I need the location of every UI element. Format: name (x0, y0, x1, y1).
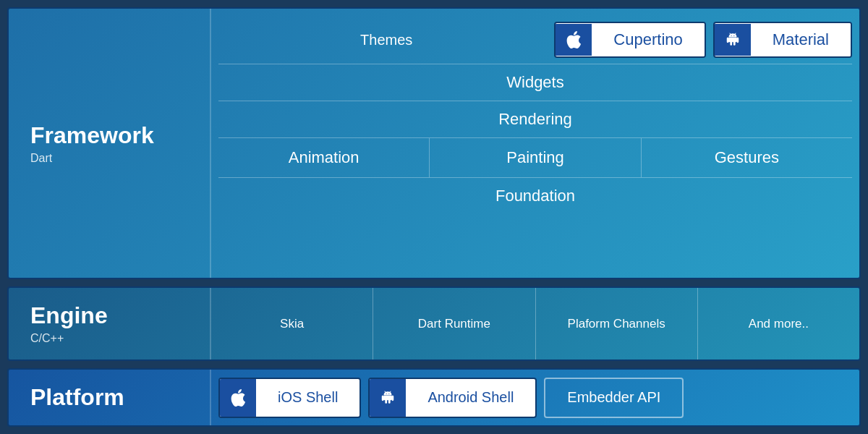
animation-cell: Animation (218, 138, 430, 177)
android-icon (715, 24, 751, 56)
rendering-row: Rendering (218, 101, 852, 138)
engine-section: Engine C/C++ Skia Dart Runtime Plaform C… (7, 286, 861, 361)
main-container: Framework Dart Themes Cupertino (0, 0, 868, 434)
platform-channels-label: Plaform Channels (568, 317, 665, 331)
framework-content: Themes Cupertino (211, 9, 859, 278)
material-label: Material (751, 23, 851, 56)
cupertino-button[interactable]: Cupertino (554, 22, 705, 58)
dart-runtime-label: Dart Runtime (418, 317, 490, 331)
gestures-label: Gestures (715, 148, 779, 167)
embedder-api-label: Embedder API (567, 389, 660, 406)
framework-title: Framework (30, 122, 188, 149)
android-shell-icon (370, 379, 406, 417)
and-more-cell: And more.. (698, 288, 859, 359)
gestures-cell: Gestures (642, 138, 852, 177)
embedder-api-button[interactable]: Embedder API (544, 378, 684, 418)
and-more-label: And more.. (749, 317, 809, 331)
rendering-label: Rendering (498, 110, 572, 129)
platform-label-area: Platform (9, 370, 211, 425)
dart-runtime-cell: Dart Runtime (373, 288, 535, 359)
android-shell-button[interactable]: Android Shell (368, 378, 537, 418)
engine-title: Engine (30, 302, 188, 329)
widgets-label: Widgets (506, 73, 563, 92)
animation-label: Animation (289, 148, 359, 167)
skia-label: Skia (280, 317, 304, 331)
themes-label: Themes (226, 32, 547, 48)
material-button[interactable]: Material (713, 22, 852, 58)
engine-content: Skia Dart Runtime Plaform Channels And m… (211, 288, 859, 359)
triple-row: Animation Painting Gestures (218, 138, 852, 178)
ios-shell-button[interactable]: iOS Shell (218, 378, 361, 418)
cupertino-label: Cupertino (592, 23, 704, 56)
painting-cell: Painting (430, 138, 641, 177)
platform-title: Platform (30, 384, 188, 411)
foundation-row: Foundation (218, 178, 852, 214)
foundation-label: Foundation (495, 187, 575, 205)
painting-label: Painting (506, 148, 564, 167)
platform-channels-cell: Plaform Channels (536, 288, 698, 359)
platform-content: iOS Shell Android Shell Embedder API (211, 370, 859, 425)
ios-apple-icon (220, 379, 256, 417)
skia-cell: Skia (211, 288, 373, 359)
apple-icon (556, 24, 592, 56)
engine-subtitle: C/C++ (30, 332, 188, 345)
framework-section: Framework Dart Themes Cupertino (7, 7, 861, 279)
android-shell-label: Android Shell (406, 389, 535, 406)
framework-subtitle: Dart (30, 152, 188, 165)
engine-label-area: Engine C/C++ (9, 288, 211, 359)
ios-shell-label: iOS Shell (256, 389, 359, 406)
themes-row: Themes Cupertino (218, 16, 852, 64)
platform-section: Platform iOS Shell Android Shel (7, 368, 861, 427)
widgets-row: Widgets (218, 64, 852, 101)
framework-label-area: Framework Dart (9, 9, 211, 278)
